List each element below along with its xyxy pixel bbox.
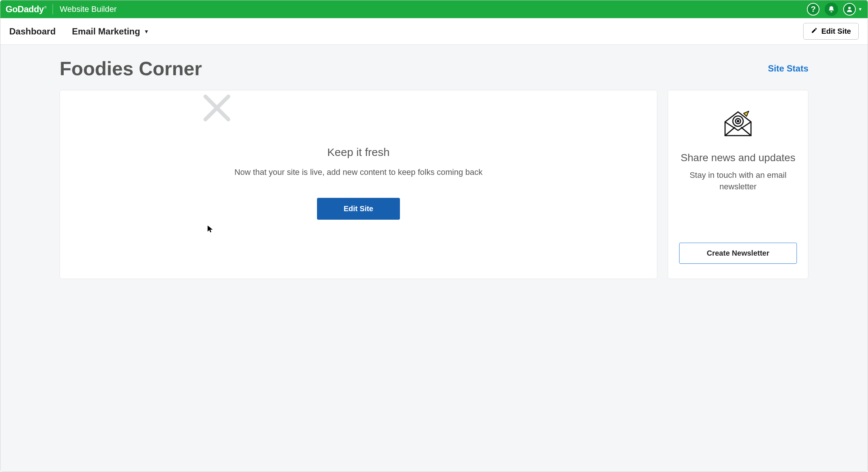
account-menu[interactable]: ▼ bbox=[843, 3, 862, 16]
create-newsletter-button[interactable]: Create Newsletter bbox=[679, 243, 797, 264]
main-card-content: Keep it fresh Now that your site is live… bbox=[60, 90, 657, 235]
site-title: Foodies Corner bbox=[60, 57, 202, 80]
edit-site-button-top[interactable]: Edit Site bbox=[803, 23, 859, 40]
brand-text: GoDaddy bbox=[6, 4, 44, 14]
side-card-body: Stay in touch with an email newsletter bbox=[679, 170, 797, 193]
godaddy-logo[interactable]: GoDaddy ® bbox=[6, 4, 46, 14]
envelope-target-icon bbox=[721, 109, 755, 140]
caret-down-icon: ▼ bbox=[858, 7, 862, 12]
bell-icon[interactable] bbox=[825, 3, 838, 16]
topbar: GoDaddy ® Website Builder ? ▼ bbox=[0, 0, 868, 18]
page-header: Foodies Corner Site Stats bbox=[60, 57, 808, 80]
nav-dashboard[interactable]: Dashboard bbox=[9, 26, 56, 37]
nav-email-marketing-dropdown[interactable]: Email Marketing ▼ bbox=[72, 26, 149, 37]
site-stats-link[interactable]: Site Stats bbox=[768, 63, 808, 74]
svg-point-6 bbox=[737, 120, 739, 122]
svg-point-0 bbox=[848, 7, 851, 9]
main-card-body: Now that your site is live, add new cont… bbox=[82, 167, 635, 177]
mouse-cursor-icon bbox=[206, 225, 214, 233]
help-icon[interactable]: ? bbox=[807, 3, 819, 16]
subnav: Dashboard Email Marketing ▼ Edit Site bbox=[0, 18, 868, 45]
edit-site-label: Edit Site bbox=[821, 27, 851, 36]
keep-it-fresh-card: Keep it fresh Now that your site is live… bbox=[60, 90, 657, 279]
cards-row: Keep it fresh Now that your site is live… bbox=[60, 90, 808, 279]
product-name: Website Builder bbox=[60, 4, 117, 14]
pencil-icon bbox=[811, 27, 818, 36]
dropdown-label: Email Marketing bbox=[72, 26, 140, 37]
edit-site-button-main[interactable]: Edit Site bbox=[317, 198, 400, 220]
content-area: Foodies Corner Site Stats bbox=[0, 45, 868, 472]
caret-down-icon: ▼ bbox=[144, 29, 149, 34]
registered-mark: ® bbox=[44, 6, 46, 9]
main-card-heading: Keep it fresh bbox=[82, 146, 635, 159]
share-news-card: Share news and updates Stay in touch wit… bbox=[668, 90, 808, 279]
divider bbox=[53, 4, 53, 14]
topbar-actions: ? ▼ bbox=[807, 3, 862, 16]
avatar-icon bbox=[843, 3, 856, 16]
side-card-heading: Share news and updates bbox=[681, 151, 795, 164]
